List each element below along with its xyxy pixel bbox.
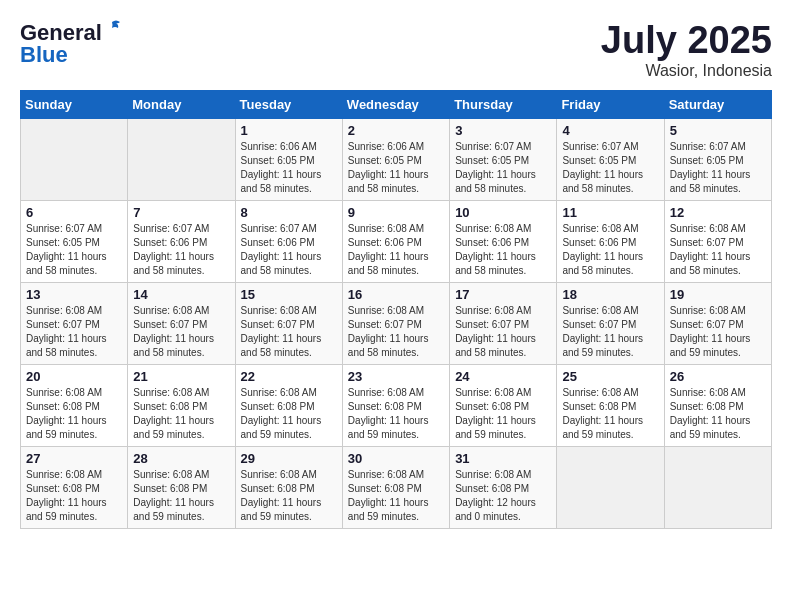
calendar-week-row: 27Sunrise: 6:08 AMSunset: 6:08 PMDayligh… xyxy=(21,446,772,528)
header-day-tuesday: Tuesday xyxy=(235,90,342,118)
day-number: 26 xyxy=(670,369,766,384)
day-number: 5 xyxy=(670,123,766,138)
calendar-cell: 18Sunrise: 6:08 AMSunset: 6:07 PMDayligh… xyxy=(557,282,664,364)
header-day-monday: Monday xyxy=(128,90,235,118)
day-detail: Sunrise: 6:08 AMSunset: 6:08 PMDaylight:… xyxy=(133,468,229,524)
day-number: 19 xyxy=(670,287,766,302)
day-number: 24 xyxy=(455,369,551,384)
day-number: 16 xyxy=(348,287,444,302)
day-number: 31 xyxy=(455,451,551,466)
calendar-week-row: 6Sunrise: 6:07 AMSunset: 6:05 PMDaylight… xyxy=(21,200,772,282)
day-number: 12 xyxy=(670,205,766,220)
calendar-cell: 11Sunrise: 6:08 AMSunset: 6:06 PMDayligh… xyxy=(557,200,664,282)
day-detail: Sunrise: 6:08 AMSunset: 6:08 PMDaylight:… xyxy=(455,386,551,442)
calendar-cell: 15Sunrise: 6:08 AMSunset: 6:07 PMDayligh… xyxy=(235,282,342,364)
calendar-cell: 7Sunrise: 6:07 AMSunset: 6:06 PMDaylight… xyxy=(128,200,235,282)
logo-blue-text: Blue xyxy=(20,42,68,68)
day-detail: Sunrise: 6:08 AMSunset: 6:08 PMDaylight:… xyxy=(348,468,444,524)
day-detail: Sunrise: 6:08 AMSunset: 6:08 PMDaylight:… xyxy=(670,386,766,442)
day-detail: Sunrise: 6:08 AMSunset: 6:08 PMDaylight:… xyxy=(26,468,122,524)
calendar-cell: 6Sunrise: 6:07 AMSunset: 6:05 PMDaylight… xyxy=(21,200,128,282)
header-day-saturday: Saturday xyxy=(664,90,771,118)
day-number: 27 xyxy=(26,451,122,466)
day-detail: Sunrise: 6:08 AMSunset: 6:07 PMDaylight:… xyxy=(348,304,444,360)
day-number: 28 xyxy=(133,451,229,466)
day-detail: Sunrise: 6:08 AMSunset: 6:07 PMDaylight:… xyxy=(26,304,122,360)
page-header: General Blue July 2025 Wasior, Indonesia xyxy=(20,20,772,80)
calendar-cell: 10Sunrise: 6:08 AMSunset: 6:06 PMDayligh… xyxy=(450,200,557,282)
day-number: 11 xyxy=(562,205,658,220)
month-title: July 2025 xyxy=(601,20,772,62)
day-detail: Sunrise: 6:08 AMSunset: 6:07 PMDaylight:… xyxy=(562,304,658,360)
calendar-table: SundayMondayTuesdayWednesdayThursdayFrid… xyxy=(20,90,772,529)
calendar-cell: 25Sunrise: 6:08 AMSunset: 6:08 PMDayligh… xyxy=(557,364,664,446)
day-detail: Sunrise: 6:08 AMSunset: 6:07 PMDaylight:… xyxy=(670,222,766,278)
calendar-cell: 4Sunrise: 6:07 AMSunset: 6:05 PMDaylight… xyxy=(557,118,664,200)
day-number: 13 xyxy=(26,287,122,302)
day-detail: Sunrise: 6:06 AMSunset: 6:05 PMDaylight:… xyxy=(241,140,337,196)
day-detail: Sunrise: 6:08 AMSunset: 6:06 PMDaylight:… xyxy=(348,222,444,278)
day-number: 22 xyxy=(241,369,337,384)
calendar-cell: 30Sunrise: 6:08 AMSunset: 6:08 PMDayligh… xyxy=(342,446,449,528)
calendar-cell: 17Sunrise: 6:08 AMSunset: 6:07 PMDayligh… xyxy=(450,282,557,364)
day-detail: Sunrise: 6:08 AMSunset: 6:08 PMDaylight:… xyxy=(133,386,229,442)
day-number: 21 xyxy=(133,369,229,384)
calendar-cell: 2Sunrise: 6:06 AMSunset: 6:05 PMDaylight… xyxy=(342,118,449,200)
logo-bird-icon xyxy=(104,18,126,40)
day-number: 1 xyxy=(241,123,337,138)
day-detail: Sunrise: 6:08 AMSunset: 6:07 PMDaylight:… xyxy=(241,304,337,360)
calendar-cell: 29Sunrise: 6:08 AMSunset: 6:08 PMDayligh… xyxy=(235,446,342,528)
calendar-cell: 19Sunrise: 6:08 AMSunset: 6:07 PMDayligh… xyxy=(664,282,771,364)
day-number: 9 xyxy=(348,205,444,220)
calendar-cell: 21Sunrise: 6:08 AMSunset: 6:08 PMDayligh… xyxy=(128,364,235,446)
calendar-cell: 27Sunrise: 6:08 AMSunset: 6:08 PMDayligh… xyxy=(21,446,128,528)
calendar-cell: 26Sunrise: 6:08 AMSunset: 6:08 PMDayligh… xyxy=(664,364,771,446)
day-detail: Sunrise: 6:08 AMSunset: 6:06 PMDaylight:… xyxy=(562,222,658,278)
day-number: 18 xyxy=(562,287,658,302)
header-day-wednesday: Wednesday xyxy=(342,90,449,118)
calendar-cell xyxy=(128,118,235,200)
day-detail: Sunrise: 6:07 AMSunset: 6:06 PMDaylight:… xyxy=(133,222,229,278)
calendar-cell: 22Sunrise: 6:08 AMSunset: 6:08 PMDayligh… xyxy=(235,364,342,446)
day-number: 10 xyxy=(455,205,551,220)
location-label: Wasior, Indonesia xyxy=(601,62,772,80)
day-detail: Sunrise: 6:07 AMSunset: 6:05 PMDaylight:… xyxy=(670,140,766,196)
day-number: 15 xyxy=(241,287,337,302)
header-day-sunday: Sunday xyxy=(21,90,128,118)
day-number: 6 xyxy=(26,205,122,220)
calendar-cell: 16Sunrise: 6:08 AMSunset: 6:07 PMDayligh… xyxy=(342,282,449,364)
calendar-week-row: 13Sunrise: 6:08 AMSunset: 6:07 PMDayligh… xyxy=(21,282,772,364)
calendar-week-row: 1Sunrise: 6:06 AMSunset: 6:05 PMDaylight… xyxy=(21,118,772,200)
day-number: 20 xyxy=(26,369,122,384)
day-number: 7 xyxy=(133,205,229,220)
day-detail: Sunrise: 6:07 AMSunset: 6:05 PMDaylight:… xyxy=(455,140,551,196)
title-area: July 2025 Wasior, Indonesia xyxy=(601,20,772,80)
day-detail: Sunrise: 6:08 AMSunset: 6:07 PMDaylight:… xyxy=(455,304,551,360)
calendar-cell: 28Sunrise: 6:08 AMSunset: 6:08 PMDayligh… xyxy=(128,446,235,528)
day-number: 2 xyxy=(348,123,444,138)
day-detail: Sunrise: 6:08 AMSunset: 6:07 PMDaylight:… xyxy=(670,304,766,360)
calendar-cell xyxy=(21,118,128,200)
calendar-cell: 5Sunrise: 6:07 AMSunset: 6:05 PMDaylight… xyxy=(664,118,771,200)
calendar-cell: 23Sunrise: 6:08 AMSunset: 6:08 PMDayligh… xyxy=(342,364,449,446)
day-number: 29 xyxy=(241,451,337,466)
day-detail: Sunrise: 6:06 AMSunset: 6:05 PMDaylight:… xyxy=(348,140,444,196)
day-detail: Sunrise: 6:08 AMSunset: 6:08 PMDaylight:… xyxy=(241,386,337,442)
day-number: 30 xyxy=(348,451,444,466)
day-number: 23 xyxy=(348,369,444,384)
day-detail: Sunrise: 6:08 AMSunset: 6:08 PMDaylight:… xyxy=(348,386,444,442)
day-number: 25 xyxy=(562,369,658,384)
day-number: 8 xyxy=(241,205,337,220)
header-day-friday: Friday xyxy=(557,90,664,118)
calendar-cell: 1Sunrise: 6:06 AMSunset: 6:05 PMDaylight… xyxy=(235,118,342,200)
calendar-cell: 14Sunrise: 6:08 AMSunset: 6:07 PMDayligh… xyxy=(128,282,235,364)
day-detail: Sunrise: 6:08 AMSunset: 6:07 PMDaylight:… xyxy=(133,304,229,360)
day-detail: Sunrise: 6:08 AMSunset: 6:08 PMDaylight:… xyxy=(455,468,551,524)
calendar-cell: 20Sunrise: 6:08 AMSunset: 6:08 PMDayligh… xyxy=(21,364,128,446)
calendar-cell: 12Sunrise: 6:08 AMSunset: 6:07 PMDayligh… xyxy=(664,200,771,282)
calendar-cell xyxy=(664,446,771,528)
calendar-cell: 13Sunrise: 6:08 AMSunset: 6:07 PMDayligh… xyxy=(21,282,128,364)
calendar-header-row: SundayMondayTuesdayWednesdayThursdayFrid… xyxy=(21,90,772,118)
day-detail: Sunrise: 6:07 AMSunset: 6:05 PMDaylight:… xyxy=(562,140,658,196)
day-number: 14 xyxy=(133,287,229,302)
